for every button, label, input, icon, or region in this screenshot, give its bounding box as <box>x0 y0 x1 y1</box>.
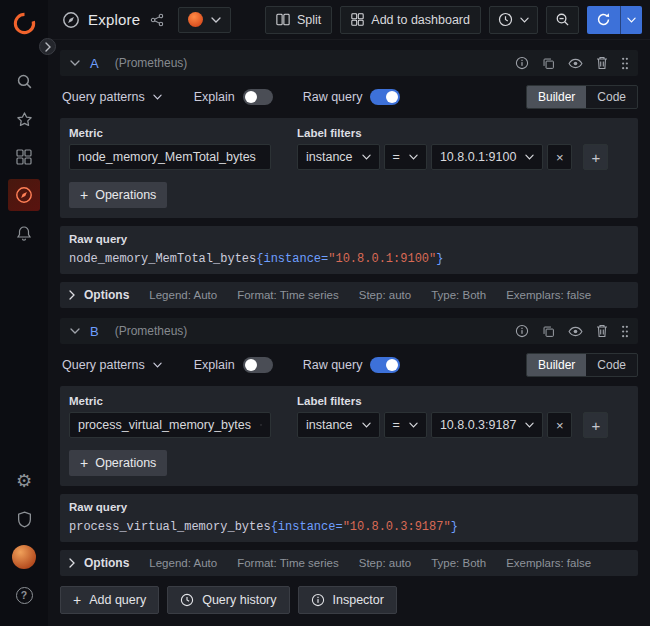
metric-label: Metric <box>69 127 271 139</box>
query-builder-section: Metric node_memory_MemTotal_bytes Label … <box>60 118 638 218</box>
prometheus-icon <box>188 12 203 27</box>
builder-tab[interactable]: Builder <box>527 86 586 108</box>
chevron-down-icon <box>525 422 534 428</box>
operations-label: Operations <box>95 456 156 470</box>
options-exemplars: Exemplars: false <box>506 557 591 569</box>
topbar-actions: Split Add to dashboard <box>265 6 642 34</box>
explain-toggle[interactable] <box>243 357 273 373</box>
query-history-button[interactable]: Query history <box>167 586 289 614</box>
remove-filter-button[interactable]: × <box>547 144 572 170</box>
refresh-icon <box>596 12 611 27</box>
add-query-label: Add query <box>89 593 146 607</box>
add-to-dashboard-button[interactable]: Add to dashboard <box>340 6 481 34</box>
sidebar-expand-button[interactable] <box>39 38 56 55</box>
grafana-logo-icon[interactable] <box>11 10 38 37</box>
gear-glyph: ⚙ <box>16 472 32 490</box>
label-value-select[interactable]: 10.8.0.1:9100 <box>431 144 543 170</box>
promql-string: "10.8.0.1:9100" <box>328 252 436 266</box>
explain-toggle[interactable] <box>243 89 273 105</box>
share-icon[interactable] <box>148 11 166 29</box>
chevron-down-icon <box>153 94 162 100</box>
chevron-down-icon <box>153 362 162 368</box>
hide-response-eye-icon[interactable] <box>567 57 584 70</box>
raw-query-code: node_memory_MemTotal_bytes{instance="10.… <box>69 252 443 266</box>
query-header: B (Prometheus) <box>60 318 638 344</box>
label-filters-field: Label filters instance = <box>297 395 608 438</box>
collapse-query-icon[interactable] <box>68 326 82 336</box>
duplicate-query-icon[interactable] <box>541 324 556 339</box>
label-operator-select[interactable]: = <box>384 144 427 170</box>
starred-icon[interactable] <box>8 103 40 135</box>
query-datasource-name: (Prometheus) <box>115 56 188 70</box>
label-operator-value: = <box>393 150 400 164</box>
code-tab[interactable]: Code <box>586 86 637 108</box>
query-editor-row-b: B (Prometheus) Query patterns <box>60 318 638 576</box>
options-expand-button[interactable]: Options <box>69 556 129 570</box>
promql-string: "10.8.0.3:9187" <box>343 520 451 534</box>
drag-handle-icon[interactable] <box>620 324 630 339</box>
query-toolbar: Query patterns Explain Raw query Builder… <box>60 85 638 109</box>
raw-query-toggle-label: Raw query <box>303 358 363 372</box>
query-patterns-dropdown[interactable]: Query patterns <box>60 90 164 104</box>
builder-code-switch: Builder Code <box>526 353 638 377</box>
admin-shield-icon[interactable] <box>8 503 40 535</box>
raw-query-toggle[interactable] <box>370 89 400 105</box>
refresh-interval-dropdown[interactable] <box>620 6 642 34</box>
search-icon[interactable] <box>8 65 40 97</box>
label-value-select[interactable]: 10.8.0.3:9187 <box>431 412 543 438</box>
metric-select[interactable]: node_memory_MemTotal_bytes <box>69 144 271 170</box>
label-operator-value: = <box>393 418 400 432</box>
query-datasource-name: (Prometheus) <box>115 324 188 338</box>
query-letter[interactable]: B <box>88 324 101 339</box>
zoom-out-button[interactable] <box>546 6 579 34</box>
time-picker-button[interactable] <box>489 6 538 34</box>
options-expand-button[interactable]: Options <box>69 288 129 302</box>
add-operation-button[interactable]: + Operations <box>69 450 167 476</box>
user-avatar[interactable] <box>8 541 40 573</box>
drag-handle-icon[interactable] <box>620 56 630 71</box>
datasource-help-icon[interactable] <box>514 55 530 71</box>
options-type: Type: Both <box>431 557 486 569</box>
settings-gear-icon[interactable]: ⚙ <box>8 465 40 497</box>
duplicate-query-icon[interactable] <box>541 56 556 71</box>
datasource-picker[interactable] <box>178 7 231 33</box>
options-step: Step: auto <box>359 557 411 569</box>
options-label: Options <box>84 288 129 302</box>
query-letter[interactable]: A <box>88 56 101 71</box>
options-legend: Legend: Auto <box>149 289 217 301</box>
label-key-select[interactable]: instance <box>297 144 380 170</box>
refresh-button-group <box>587 6 642 34</box>
label-key-select[interactable]: instance <box>297 412 380 438</box>
explain-label: Explain <box>194 358 235 372</box>
builder-tab[interactable]: Builder <box>527 354 586 376</box>
split-button[interactable]: Split <box>265 6 332 34</box>
add-filter-button[interactable]: + <box>583 144 608 170</box>
add-query-button[interactable]: + Add query <box>60 586 159 614</box>
options-legend: Legend: Auto <box>149 557 217 569</box>
add-filter-button[interactable]: + <box>583 412 608 438</box>
label-operator-select[interactable]: = <box>384 412 427 438</box>
operations-label: Operations <box>95 188 156 202</box>
datasource-help-icon[interactable] <box>514 323 530 339</box>
query-patterns-dropdown[interactable]: Query patterns <box>60 358 164 372</box>
raw-query-toggle[interactable] <box>370 357 400 373</box>
dashboards-icon[interactable] <box>8 141 40 173</box>
remove-query-trash-icon[interactable] <box>595 323 609 339</box>
collapse-query-icon[interactable] <box>68 58 82 68</box>
alerting-icon[interactable] <box>8 217 40 249</box>
hide-response-eye-icon[interactable] <box>567 325 584 338</box>
explore-icon[interactable] <box>8 179 40 211</box>
code-tab[interactable]: Code <box>586 354 637 376</box>
run-query-button[interactable] <box>587 6 620 34</box>
plus-icon: + <box>591 417 600 434</box>
chevron-down-icon <box>362 154 371 160</box>
remove-filter-button[interactable]: × <box>547 412 572 438</box>
inspector-button[interactable]: Inspector <box>298 586 397 614</box>
remove-query-trash-icon[interactable] <box>595 55 609 71</box>
info-circle-icon <box>311 593 325 607</box>
raw-query-toggle-label: Raw query <box>303 90 363 104</box>
plus-icon: + <box>591 149 600 166</box>
help-icon[interactable]: ? <box>8 579 40 611</box>
add-operation-button[interactable]: + Operations <box>69 182 167 208</box>
metric-select[interactable]: process_virtual_memory_bytes <box>69 412 271 438</box>
